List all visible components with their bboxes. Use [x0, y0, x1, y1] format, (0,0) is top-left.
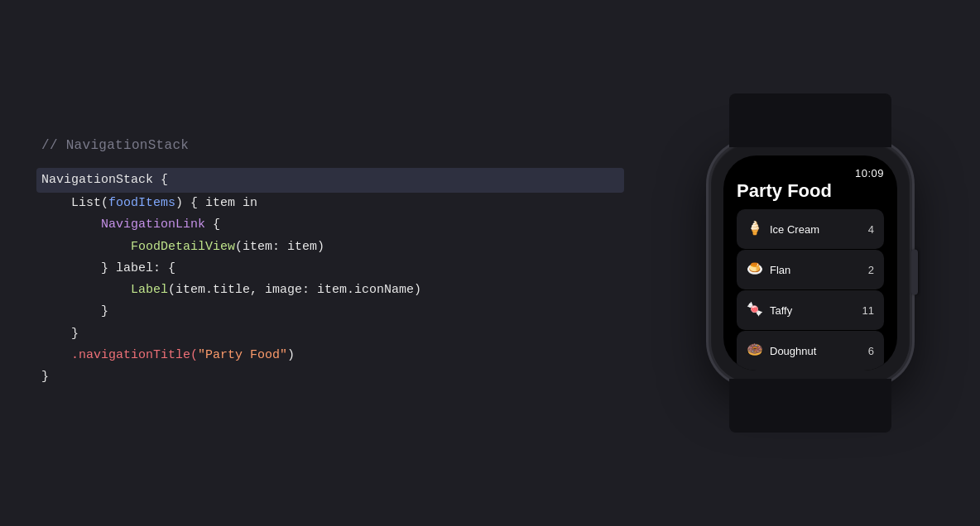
watch-band-top: [729, 93, 891, 147]
watch-item-name: Taffy: [770, 304, 792, 317]
watch-list-item[interactable]: 🍦 Ice Cream 4: [737, 209, 884, 249]
code-line-line10: }: [41, 366, 624, 388]
watch-item-count: 4: [868, 223, 874, 236]
watch-list-item[interactable]: 🍮 Flan 2: [737, 250, 884, 289]
code-line-line1: NavigationStack {: [36, 168, 624, 193]
watch-item-left: 🍩 Doughnut: [747, 344, 816, 357]
watch-band-bottom: [729, 379, 891, 433]
watch-item-left: 🍮 Flan: [747, 263, 790, 276]
watch-title: Party Food: [737, 181, 884, 201]
code-line-line9: .navigationTitle("Party Food"): [41, 345, 624, 366]
watch-list-item[interactable]: 🍬 Taffy 11: [737, 290, 884, 330]
code-line-line6: Label(item.title, image: item.iconName): [41, 280, 624, 301]
watch-time: 10:09: [737, 167, 884, 179]
watch-item-left: 🍦 Ice Cream: [747, 222, 819, 236]
code-line-line3: NavigationLink {: [41, 214, 624, 236]
watch-screen: 10:09 Party Food 🍦 Ice Cream 4 🍮 Flan 2 …: [723, 155, 897, 371]
code-line-line4: FoodDetailView(item: item): [41, 237, 624, 258]
watch-list-item[interactable]: 🍩 Doughnut 6: [737, 331, 884, 371]
watch-panel: 10:09 Party Food 🍦 Ice Cream 4 🍮 Flan 2 …: [665, 0, 980, 526]
watch-item-emoji: 🍬: [747, 304, 763, 317]
watch-item-emoji: 🍩: [747, 344, 763, 357]
code-line-line7: }: [41, 301, 624, 323]
code-panel: // NavigationStack NavigationStack { Lis…: [0, 0, 665, 526]
watch-item-name: Doughnut: [770, 345, 816, 357]
watch-item-name: Flan: [770, 264, 790, 276]
code-line-line2: List(foodItems) { item in: [41, 193, 624, 214]
watch-crown: [911, 250, 918, 295]
watch-list: 🍦 Ice Cream 4 🍮 Flan 2 🍬 Taffy 11 🍩 Doug…: [737, 209, 884, 371]
watch-body: 10:09 Party Food 🍦 Ice Cream 4 🍮 Flan 2 …: [711, 143, 910, 383]
watch-item-count: 11: [862, 304, 874, 317]
watch-item-emoji: 🍮: [747, 263, 763, 276]
code-line-line5: } label: {: [41, 258, 624, 280]
code-line-line8: }: [41, 323, 624, 345]
watch-item-left: 🍬 Taffy: [747, 304, 792, 317]
watch-item-name: Ice Cream: [770, 223, 819, 236]
watch-item-count: 2: [868, 264, 874, 276]
code-comment: // NavigationStack: [41, 138, 624, 153]
watch-item-count: 6: [868, 345, 874, 357]
code-block: NavigationStack { List(foodItems) { item…: [41, 168, 624, 389]
watch-item-emoji: 🍦: [747, 222, 763, 236]
